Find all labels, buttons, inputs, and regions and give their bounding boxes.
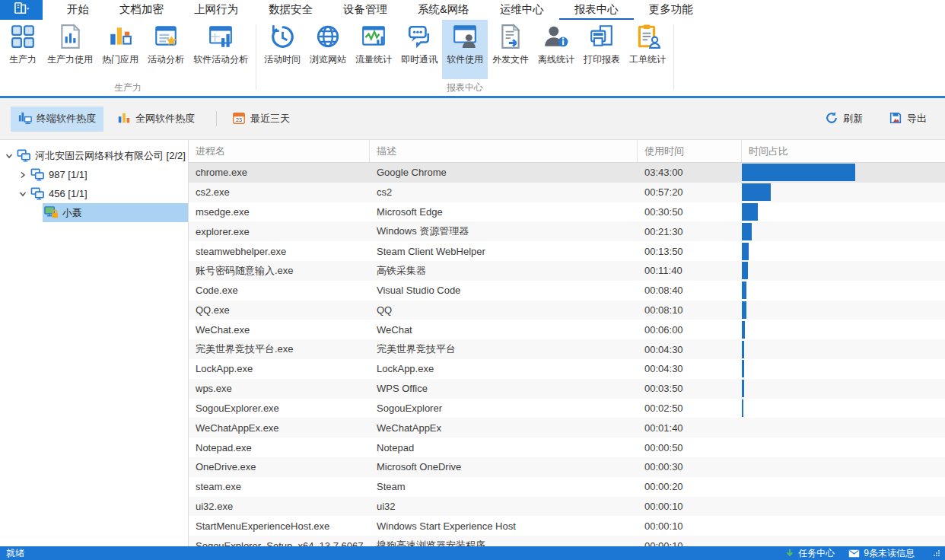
- cell-description: Visual Studio Code: [370, 281, 638, 301]
- chat-icon: [406, 24, 432, 49]
- cell-time-ratio: [742, 339, 945, 359]
- toolbar-button-0[interactable]: 终端软件热度: [11, 107, 103, 132]
- cell-description: QQ: [370, 301, 638, 320]
- ribbon-item-doc-chart[interactable]: 生产力使用: [43, 20, 97, 79]
- ribbon-item-user-info[interactable]: 离线统计: [533, 20, 579, 79]
- ribbon-item-doc-star[interactable]: 活动分析: [143, 20, 189, 79]
- cell-description: Steam: [370, 477, 638, 497]
- unread-messages-label: 9条未读信息: [864, 547, 915, 560]
- ribbon-item-doc-arrow[interactable]: 外发文件: [488, 20, 533, 79]
- ribbon-item-window-user[interactable]: 软件使用: [442, 20, 488, 79]
- cell-time-ratio: [742, 418, 945, 438]
- cell-process: ui32.exe: [189, 497, 370, 517]
- cell-usage-time: 00:00:20: [638, 477, 742, 497]
- table-row[interactable]: SogouExplorer.exe SogouExplorer 00:02:50: [189, 399, 945, 418]
- time-ratio-bar: [742, 183, 771, 201]
- toolbar-button-label: 最近三天: [250, 112, 290, 126]
- ribbon-item-label: 流量统计: [355, 53, 392, 66]
- ribbon-item-grid[interactable]: 生产力: [3, 20, 43, 79]
- toolbar-action-1[interactable]: 导出: [881, 107, 934, 132]
- cell-description: 完美世界竞技平台: [370, 339, 638, 359]
- table-row[interactable]: Notepad.exe Notepad 00:00:50: [189, 438, 945, 457]
- column-header-0[interactable]: 进程名: [189, 140, 370, 162]
- tree-node-0[interactable]: 河北安固云网络科技有限公司 [2/2]: [0, 146, 188, 165]
- table-row[interactable]: steam.exe Steam 00:00:20: [189, 477, 945, 497]
- time-ratio-bar: [742, 262, 748, 279]
- table-row[interactable]: StartMenuExperienceHost.exe Windows Star…: [189, 516, 945, 536]
- chevron-right-icon[interactable]: [17, 165, 29, 184]
- table-header: 进程名描述使用时间时间占比: [189, 140, 945, 163]
- chevron-down-icon[interactable]: [17, 184, 29, 203]
- toolbar-button-2[interactable]: 23最近三天: [224, 107, 298, 132]
- table-row[interactable]: explorer.exe Windows 资源管理器 00:21:30: [189, 221, 945, 241]
- table-row[interactable]: QQ.exe QQ 00:08:10: [189, 301, 945, 320]
- column-header-2[interactable]: 使用时间: [638, 140, 742, 162]
- tab-8[interactable]: 更多功能: [634, 0, 708, 20]
- ribbon-item-hot-bars[interactable]: 热门应用: [97, 20, 143, 79]
- table-row[interactable]: steamwebhelper.exe Steam Client WebHelpe…: [189, 241, 945, 261]
- cell-process: StartMenuExperienceHost.exe: [189, 516, 370, 536]
- table-row[interactable]: LockApp.exe LockApp.exe 00:04:30: [189, 359, 945, 379]
- unread-messages-button[interactable]: 9条未读信息: [848, 547, 915, 560]
- table-row[interactable]: msedge.exe Microsoft Edge 00:30:50: [189, 202, 945, 222]
- table-row[interactable]: WeChat.exe WeChat 00:06:00: [189, 320, 945, 339]
- app-menu-button[interactable]: [0, 0, 43, 20]
- table-row[interactable]: cs2.exe cs2 00:57:20: [189, 183, 945, 202]
- table-row[interactable]: Code.exe Visual Studio Code 00:08:40: [189, 281, 945, 301]
- cell-usage-time: 00:00:30: [638, 457, 742, 477]
- ribbon-item-chat[interactable]: 即时通讯: [396, 20, 442, 79]
- cell-process: steam.exe: [189, 477, 370, 497]
- cell-process: Code.exe: [189, 281, 370, 301]
- tab-7[interactable]: 报表中心: [559, 0, 634, 20]
- tab-4[interactable]: 设备管理: [328, 0, 402, 20]
- ribbon-item-clock[interactable]: 活动时间: [259, 20, 305, 79]
- tab-2[interactable]: 上网行为: [179, 0, 253, 20]
- tree-node-label: 小聂: [62, 206, 82, 220]
- pc-user-icon: [44, 205, 59, 220]
- cell-description: SogouExplorer: [370, 399, 638, 418]
- window-chart-icon: [208, 24, 234, 49]
- ribbon-item-traffic[interactable]: 流量统计: [351, 20, 396, 79]
- table-row[interactable]: 账号密码随意输入.exe 高铁采集器 00:11:40: [189, 261, 945, 281]
- cell-time-ratio: [742, 399, 945, 418]
- cell-time-ratio: [742, 359, 945, 379]
- table-row[interactable]: WeChatAppEx.exe WeChatAppEx 00:01:40: [189, 418, 945, 438]
- tree-node-1[interactable]: 987 [1/1]: [0, 165, 188, 184]
- table-row[interactable]: ui32.exe ui32 00:00:10: [189, 497, 945, 517]
- tree-node-3[interactable]: 小聂: [0, 203, 188, 222]
- table-row[interactable]: chrome.exe Google Chrome 03:43:00: [189, 163, 945, 183]
- tab-0[interactable]: 开始: [52, 0, 104, 20]
- cell-usage-time: 00:11:40: [638, 261, 742, 281]
- cell-time-ratio: [742, 536, 945, 546]
- view-toolbar: 终端软件热度全网软件热度23最近三天 刷新导出: [0, 98, 945, 140]
- toolbar-buttons: 终端软件热度全网软件热度23最近三天: [11, 107, 298, 132]
- cell-usage-time: 00:04:30: [638, 339, 742, 359]
- cell-time-ratio: [742, 438, 945, 457]
- ribbon-item-globe[interactable]: 浏览网站: [305, 20, 351, 79]
- tab-1[interactable]: 文档加密: [104, 0, 179, 20]
- ribbon-item-clipboard-user[interactable]: 工单统计: [625, 20, 670, 79]
- table-row[interactable]: SogouExplorer_Setup_x64_13.7.6067 搜狗高速浏览…: [189, 536, 945, 546]
- ribbon-group-separator: [673, 24, 674, 90]
- column-header-1[interactable]: 描述: [370, 140, 638, 162]
- ribbon-item-printer[interactable]: 打印报表: [579, 20, 625, 79]
- cell-usage-time: 00:01:40: [638, 418, 742, 438]
- chevron-down-icon[interactable]: [3, 146, 15, 165]
- table-row[interactable]: wps.exe WPS Office 00:03:50: [189, 379, 945, 399]
- main-area: 河北安固云网络科技有限公司 [2/2] 987 [1/1] 456 [1/1]: [0, 140, 945, 546]
- ribbon-item-window-chart[interactable]: 软件活动分析: [189, 20, 253, 79]
- table-row[interactable]: OneDrive.exe Microsoft OneDrive 00:00:30: [189, 457, 945, 477]
- resize-grip[interactable]: [933, 549, 940, 557]
- table-row[interactable]: 完美世界竞技平台.exe 完美世界竞技平台 00:04:30: [189, 339, 945, 359]
- cell-description: Microsoft OneDrive: [370, 457, 638, 477]
- toolbar-action-0[interactable]: 刷新: [817, 107, 870, 132]
- column-header-3[interactable]: 时间占比: [742, 140, 945, 162]
- tab-3[interactable]: 数据安全: [253, 0, 328, 20]
- tab-6[interactable]: 运维中心: [485, 0, 559, 20]
- toolbar-button-1[interactable]: 全网软件热度: [110, 107, 202, 132]
- task-center-button[interactable]: 任务中心: [785, 547, 835, 560]
- tab-5[interactable]: 系统&网络: [402, 0, 485, 20]
- tree-node-2[interactable]: 456 [1/1]: [0, 184, 188, 203]
- cell-usage-time: 00:00:50: [638, 438, 742, 457]
- cell-usage-time: 00:30:50: [638, 202, 742, 222]
